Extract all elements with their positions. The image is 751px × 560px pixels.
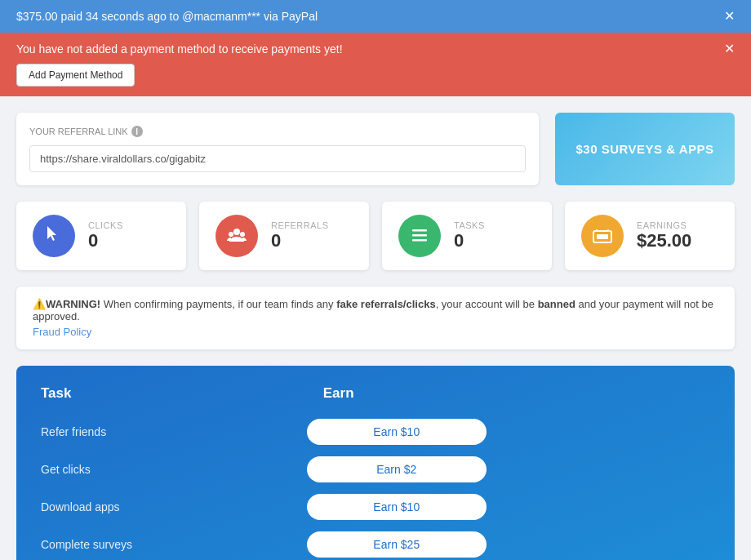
warning-bold2: banned xyxy=(538,298,575,310)
task-name: Download apps xyxy=(41,488,307,526)
clicks-label: CLICKS xyxy=(88,220,123,230)
warning-text: ⚠️WARNING! When confirming payments, if … xyxy=(33,298,713,322)
svg-point-2 xyxy=(240,232,245,237)
referrals-info: REFERRALS 0 xyxy=(271,220,329,251)
earn-column-header: Earn xyxy=(307,385,710,413)
info-icon: i xyxy=(131,126,143,137)
earn-button[interactable]: Earn $25 xyxy=(307,531,487,558)
task-table: Task Earn Refer friends Earn $10 Get cli… xyxy=(41,385,710,560)
earn-cell: Earn $10 xyxy=(307,413,710,451)
earn-cell: Earn $25 xyxy=(307,526,710,560)
referrals-card: REFERRALS 0 xyxy=(199,202,369,270)
earnings-label: EARNINGS xyxy=(637,220,691,230)
add-payment-button[interactable]: Add Payment Method xyxy=(16,64,135,87)
main-content: YOUR REFERRAL LINK i $30 SURVEYS & APPS … xyxy=(0,96,751,560)
red-notification: You have not added a payment method to r… xyxy=(0,33,751,96)
clicks-info: CLICKS 0 xyxy=(88,220,123,251)
surveys-apps-button[interactable]: $30 SURVEYS & APPS xyxy=(555,113,735,185)
referrals-value: 0 xyxy=(271,230,329,251)
tasks-info: TASKS 0 xyxy=(454,220,485,251)
red-notification-top: You have not added a payment method to r… xyxy=(16,42,735,56)
red-notification-text: You have not added a payment method to r… xyxy=(16,42,343,56)
clicks-card: CLICKS 0 xyxy=(16,202,186,270)
blue-notification: $375.00 paid 34 seconds ago to @macmanm*… xyxy=(0,0,751,33)
svg-rect-5 xyxy=(412,239,427,242)
earn-cell: Earn $2 xyxy=(307,451,710,488)
warning-label: WARNING! xyxy=(46,298,100,310)
referrals-icon xyxy=(216,215,258,257)
tasks-card: TASKS 0 xyxy=(382,202,552,270)
earnings-value: $25.00 xyxy=(637,230,691,251)
earn-button[interactable]: Earn $10 xyxy=(307,419,487,445)
blue-notification-close[interactable]: ✕ xyxy=(724,10,735,23)
svg-rect-3 xyxy=(412,229,427,232)
earn-cell: Earn $10 xyxy=(307,488,710,526)
clicks-icon xyxy=(33,215,75,257)
earnings-info: EARNINGS $25.00 xyxy=(637,220,691,251)
earn-button[interactable]: Earn $2 xyxy=(307,456,487,482)
tasks-value: 0 xyxy=(454,230,485,251)
task-name: Refer friends xyxy=(41,413,307,451)
referral-link-input[interactable] xyxy=(29,145,526,172)
referrals-label: REFERRALS xyxy=(271,220,329,230)
earnings-icon xyxy=(581,215,624,257)
warning-bold1: fake referrals/clicks xyxy=(336,298,435,310)
stats-row: CLICKS 0 REFERRALS 0 xyxy=(16,202,735,270)
referral-label: YOUR REFERRAL LINK i xyxy=(29,126,526,137)
tasks-label: TASKS xyxy=(454,220,485,230)
task-column-header: Task xyxy=(41,385,307,413)
svg-rect-7 xyxy=(597,234,608,239)
red-notification-close[interactable]: ✕ xyxy=(724,42,735,56)
warning-box: ⚠️WARNING! When confirming payments, if … xyxy=(16,287,735,349)
svg-point-1 xyxy=(229,232,233,237)
svg-rect-4 xyxy=(412,234,427,237)
task-row: Get clicks Earn $2 xyxy=(41,451,710,488)
svg-point-0 xyxy=(233,229,240,235)
task-row: Complete surveys Earn $25 xyxy=(41,526,710,560)
earn-button[interactable]: Earn $10 xyxy=(307,494,487,520)
referral-surveys-row: YOUR REFERRAL LINK i $30 SURVEYS & APPS xyxy=(16,113,735,185)
clicks-value: 0 xyxy=(88,230,123,251)
blue-notification-text: $375.00 paid 34 seconds ago to @macmanm*… xyxy=(16,10,318,23)
task-row: Download apps Earn $10 xyxy=(41,488,710,526)
fraud-policy-link[interactable]: Fraud Policy xyxy=(33,326,718,338)
task-row: Refer friends Earn $10 xyxy=(41,413,710,451)
task-name: Complete surveys xyxy=(41,526,307,560)
earnings-card: EARNINGS $25.00 xyxy=(565,202,735,270)
task-name: Get clicks xyxy=(41,451,307,488)
referral-box: YOUR REFERRAL LINK i xyxy=(16,113,539,185)
task-table-section: Task Earn Refer friends Earn $10 Get cli… xyxy=(16,366,735,560)
tasks-icon xyxy=(398,215,441,257)
